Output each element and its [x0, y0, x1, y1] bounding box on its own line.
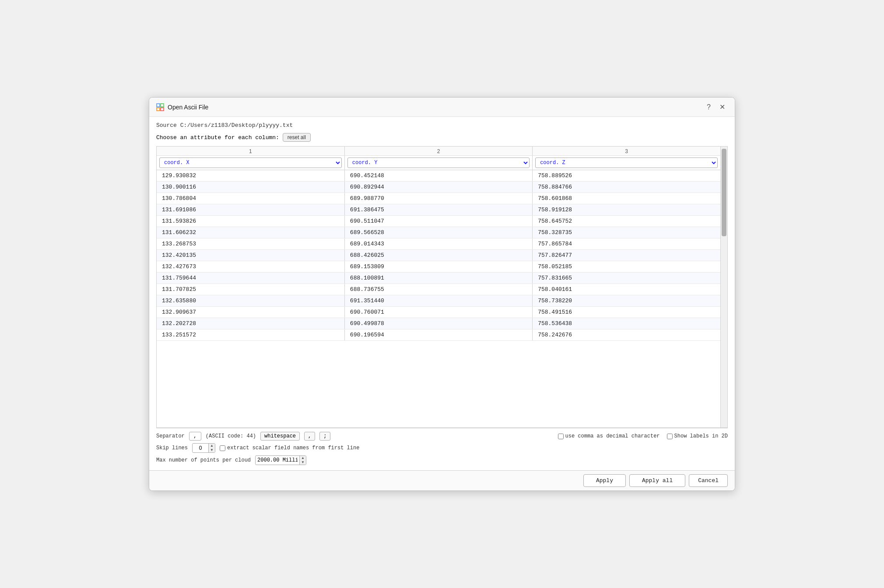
- cell-13-1: 690.499878: [344, 318, 532, 329]
- skip-lines-spinner[interactable]: ▲ ▼: [192, 443, 215, 453]
- data-table-container: 1 2 3 coord. X coord. Y coord. Z: [156, 146, 728, 428]
- cell-9-0: 131.759644: [157, 273, 344, 284]
- cell-2-0: 130.786804: [157, 193, 344, 204]
- table-row: 130.900116690.892944758.884766: [157, 182, 720, 193]
- table-row: 132.909637690.760071758.491516: [157, 307, 720, 318]
- table-row: 132.420135688.426025757.826477: [157, 250, 720, 261]
- show-labels-2d-checkbox[interactable]: [667, 434, 673, 439]
- col-dropdown-cell-2: coord. Y coord. X coord. Z ignore scalar…: [344, 156, 532, 170]
- cell-4-1: 690.511047: [344, 216, 532, 227]
- max-points-input[interactable]: [256, 456, 299, 464]
- separator-row: Separator (ASCII code: 44) whitespace , …: [156, 432, 728, 441]
- max-points-up[interactable]: ▲: [300, 456, 306, 460]
- cell-12-0: 132.909637: [157, 307, 344, 318]
- max-points-down[interactable]: ▼: [300, 460, 306, 465]
- separator-label: Separator: [156, 433, 185, 439]
- table-row: 131.593826690.511047758.645752: [157, 216, 720, 227]
- cell-10-1: 688.736755: [344, 284, 532, 295]
- col-num-1: 1: [157, 147, 344, 156]
- max-points-row: Max number of points per cloud ▲ ▼: [156, 455, 728, 465]
- cell-7-1: 688.426025: [344, 250, 532, 261]
- cell-14-2: 758.242676: [533, 329, 720, 341]
- separator-input[interactable]: [189, 432, 201, 441]
- col-dropdown-row: coord. X coord. Y coord. Z ignore scalar…: [157, 156, 720, 170]
- table-row: 131.691086691.386475758.919128: [157, 204, 720, 216]
- apply-all-button[interactable]: Apply all: [629, 474, 685, 487]
- title-bar: Open Ascii File ? ✕: [149, 98, 735, 117]
- reset-all-button[interactable]: reset all: [283, 133, 311, 142]
- comma-button[interactable]: ,: [304, 432, 315, 441]
- table-scroll-area[interactable]: 1 2 3 coord. X coord. Y coord. Z: [157, 147, 720, 427]
- skip-lines-down[interactable]: ▼: [209, 448, 215, 452]
- skip-lines-up[interactable]: ▲: [209, 444, 215, 448]
- max-points-spinner[interactable]: ▲ ▼: [255, 455, 306, 465]
- cell-5-1: 689.566528: [344, 227, 532, 238]
- cell-12-1: 690.760071: [344, 307, 532, 318]
- table-row: 133.251572690.196594758.242676: [157, 329, 720, 341]
- cell-5-0: 131.606232: [157, 227, 344, 238]
- table-row: 129.930832690.452148758.889526: [157, 170, 720, 182]
- data-table: 1 2 3 coord. X coord. Y coord. Z: [157, 147, 720, 341]
- cell-0-1: 690.452148: [344, 170, 532, 182]
- show-labels-2d-label[interactable]: Show labels in 2D: [667, 433, 728, 439]
- semicolon-button[interactable]: ;: [319, 432, 330, 441]
- table-row: 131.759644688.100891757.831665: [157, 273, 720, 284]
- app-icon: [156, 103, 164, 111]
- skip-lines-row: Skip lines ▲ ▼ extract scalar field name…: [156, 443, 728, 453]
- col-select-2[interactable]: coord. Y coord. X coord. Z ignore scalar…: [347, 158, 530, 168]
- max-points-arrows: ▲ ▼: [299, 456, 306, 465]
- table-row: 133.268753689.014343757.865784: [157, 238, 720, 250]
- max-points-label: Max number of points per cloud: [156, 457, 251, 463]
- cell-3-2: 758.919128: [533, 204, 720, 216]
- cell-0-0: 129.930832: [157, 170, 344, 182]
- table-row: 131.707825688.736755758.040161: [157, 284, 720, 295]
- col-dropdown-wrapper-1: coord. X coord. Y coord. Z ignore scalar…: [159, 158, 342, 168]
- cell-6-2: 757.865784: [533, 238, 720, 250]
- controls-right: use comma as decimal character Show labe…: [558, 433, 728, 439]
- cell-13-0: 132.202728: [157, 318, 344, 329]
- col-num-2: 2: [344, 147, 532, 156]
- extract-scalar-checkbox[interactable]: [220, 445, 225, 451]
- extract-scalar-label[interactable]: extract scalar field names from first li…: [220, 445, 359, 451]
- source-row: Source C:/Users/z1183/Desktop/plyyyy.txt: [156, 122, 728, 129]
- apply-button[interactable]: Apply: [583, 474, 626, 487]
- attr-row: Choose an attribute for each column: res…: [156, 133, 728, 142]
- extract-scalar-text: extract scalar field names from first li…: [227, 445, 359, 451]
- bottom-controls: Separator (ASCII code: 44) whitespace , …: [156, 428, 728, 465]
- close-button[interactable]: ✕: [717, 102, 728, 112]
- column-number-row: 1 2 3: [157, 147, 720, 156]
- table-row: 130.786804689.988770758.601868: [157, 193, 720, 204]
- cancel-button[interactable]: Cancel: [689, 474, 728, 487]
- cell-9-1: 688.100891: [344, 273, 532, 284]
- col-select-1[interactable]: coord. X coord. Y coord. Z ignore scalar…: [159, 158, 342, 168]
- table-row: 132.202728690.499878758.536438: [157, 318, 720, 329]
- source-path: C:/Users/z1183/Desktop/plyyyy.txt: [180, 122, 293, 129]
- svg-rect-1: [161, 104, 164, 107]
- table-row: 131.606232689.566528758.328735: [157, 227, 720, 238]
- cell-2-1: 689.988770: [344, 193, 532, 204]
- table-row: 132.635880691.351440758.738220: [157, 295, 720, 307]
- cell-3-0: 131.691086: [157, 204, 344, 216]
- show-labels-2d-text: Show labels in 2D: [674, 433, 728, 439]
- cell-7-0: 132.420135: [157, 250, 344, 261]
- cell-9-2: 757.831665: [533, 273, 720, 284]
- table-row: 132.427673689.153809758.052185: [157, 261, 720, 273]
- col-dropdown-cell-3: coord. Z coord. X coord. Y ignore scalar…: [533, 156, 720, 170]
- use-comma-checkbox[interactable]: [558, 434, 564, 439]
- scrollbar-thumb: [722, 149, 726, 236]
- cell-4-2: 758.645752: [533, 216, 720, 227]
- whitespace-button[interactable]: whitespace: [260, 432, 300, 441]
- cell-0-2: 758.889526: [533, 170, 720, 182]
- col-select-3[interactable]: coord. Z coord. X coord. Y ignore scalar…: [535, 158, 718, 168]
- cell-4-0: 131.593826: [157, 216, 344, 227]
- dialog-body: Source C:/Users/z1183/Desktop/plyyyy.txt…: [149, 117, 735, 470]
- cell-6-1: 689.014343: [344, 238, 532, 250]
- dialog-footer: Apply Apply all Cancel: [149, 470, 735, 490]
- use-comma-label[interactable]: use comma as decimal character: [558, 433, 660, 439]
- open-ascii-dialog: Open Ascii File ? ✕ Source C:/Users/z118…: [149, 97, 735, 491]
- cell-13-2: 758.536438: [533, 318, 720, 329]
- help-button[interactable]: ?: [704, 102, 713, 112]
- skip-lines-input[interactable]: [193, 444, 208, 452]
- scrollbar[interactable]: [720, 147, 727, 427]
- cell-7-2: 757.826477: [533, 250, 720, 261]
